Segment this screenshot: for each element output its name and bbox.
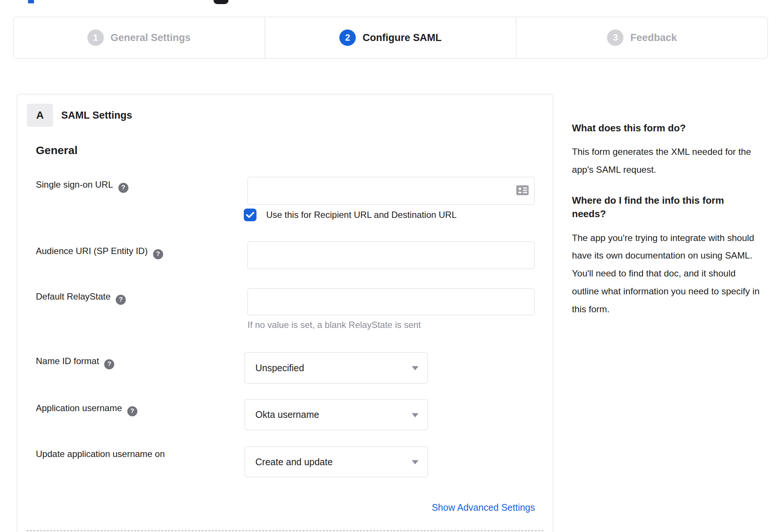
audience-uri-label: Audience URI (SP Entity ID)? [36, 246, 163, 259]
step-label: Feedback [630, 32, 677, 44]
application-username-select[interactable]: Okta username [245, 399, 428, 430]
help-heading-where: Where do I find the info this form needs… [572, 194, 751, 221]
sso-url-input-wrap [248, 177, 535, 205]
step-general-settings[interactable]: 1 General Settings [13, 17, 265, 58]
help-heading-what: What does this form do? [572, 121, 751, 135]
step-label: Configure SAML [363, 32, 441, 44]
cutoff-header-blue-fragment [28, 0, 34, 3]
relaystate-hint: If no value is set, a blank RelayState i… [248, 320, 421, 330]
select-value: Create and update [255, 457, 333, 467]
help-icon[interactable]: ? [116, 295, 126, 305]
contact-card-icon[interactable] [516, 185, 529, 197]
show-advanced-settings-link[interactable]: Show Advanced Settings [432, 502, 535, 513]
step-label: General Settings [111, 32, 191, 44]
audience-uri-input[interactable] [248, 241, 535, 269]
use-for-recipient-checkbox[interactable] [244, 209, 256, 221]
select-value: Okta username [255, 409, 319, 420]
saml-settings-card: A SAML Settings General Single sign-on U… [17, 94, 553, 532]
recipient-url-checkbox-row: Use this for Recipient URL and Destinati… [244, 209, 457, 221]
name-id-format-label: Name ID format? [36, 356, 114, 369]
wizard-stepper: 1 General Settings 2 Configure SAML 3 Fe… [13, 17, 768, 59]
section-title: SAML Settings [61, 110, 132, 121]
update-username-label: Update application username on [36, 449, 165, 459]
help-icon[interactable]: ? [153, 249, 163, 259]
recipient-url-checkbox-label: Use this for Recipient URL and Destinati… [266, 210, 457, 220]
section-a-badge: A [27, 104, 53, 127]
step-number-badge: 3 [607, 29, 623, 46]
help-paragraph-what: This form generates the XML needed for t… [572, 143, 760, 179]
sso-url-input[interactable] [248, 177, 535, 205]
update-username-select[interactable]: Create and update [245, 447, 428, 477]
chevron-down-icon [412, 413, 418, 417]
sso-url-label: Single sign-on URL? [36, 179, 128, 193]
step-number-badge: 1 [87, 29, 104, 46]
help-icon[interactable]: ? [118, 183, 128, 193]
cutoff-header-dark-icon [214, 0, 228, 4]
relaystate-input[interactable] [248, 288, 535, 315]
chevron-down-icon [412, 460, 418, 464]
step-number-badge: 2 [339, 29, 356, 46]
help-paragraph-where: The app you're trying to integrate with … [572, 229, 760, 318]
select-value: Unspecified [255, 363, 304, 373]
step-feedback[interactable]: 3 Feedback [516, 17, 768, 58]
chevron-down-icon [412, 366, 418, 370]
application-username-label: Application username? [36, 403, 137, 416]
relaystate-label: Default RelayState? [36, 291, 126, 305]
name-id-format-select[interactable]: Unspecified [245, 352, 428, 384]
section-dashed-divider [27, 530, 544, 531]
help-icon[interactable]: ? [104, 359, 114, 369]
general-group-heading: General [36, 144, 78, 157]
help-icon[interactable]: ? [127, 406, 137, 416]
help-panel: What does this form do? This form genera… [572, 121, 760, 333]
step-configure-saml[interactable]: 2 Configure SAML [265, 17, 516, 58]
